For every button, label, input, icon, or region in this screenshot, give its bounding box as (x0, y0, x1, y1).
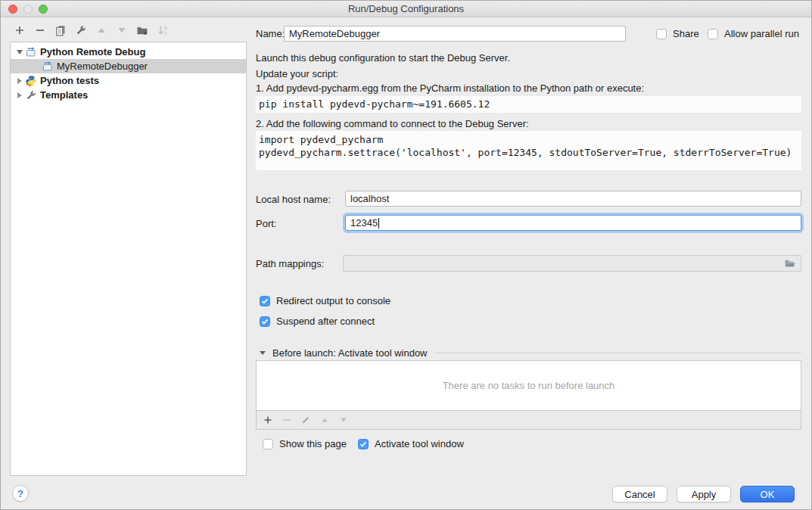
pip-install-code: pip install pydevd-pycharm~=191.6605.12 (256, 96, 801, 113)
copy-configuration-icon[interactable] (54, 24, 67, 36)
before-launch-section-header[interactable]: Before launch: Activate tool window (260, 347, 801, 359)
step-1-text: 1. Add pydevd-pycharm.egg from the PyCha… (256, 82, 644, 95)
name-input-value: MyRemoteDebugger (289, 28, 380, 39)
local-host-name-value: localhost (350, 193, 389, 204)
configurations-tree: Python Remote Debug MyRemoteDebugger Pyt… (10, 42, 247, 476)
remote-debug-icon (42, 61, 54, 73)
name-input[interactable]: MyRemoteDebugger (284, 26, 626, 42)
activate-tool-window-label: Activate tool window (375, 438, 464, 450)
add-icon[interactable] (263, 415, 272, 424)
text-cursor (378, 218, 379, 229)
allow-parallel-run-checkbox[interactable] (708, 29, 718, 39)
share-checkbox[interactable] (656, 29, 667, 39)
tree-item-myremotedebugger[interactable]: MyRemoteDebugger (11, 59, 246, 73)
tree-item-python-tests[interactable]: Python tests (11, 73, 246, 88)
open-folder-icon[interactable] (784, 257, 796, 269)
apply-button[interactable]: Apply (677, 486, 731, 502)
local-host-name-label: Local host name: (256, 194, 331, 206)
show-this-page-label: Show this page (279, 438, 347, 450)
add-icon[interactable] (14, 24, 26, 36)
move-up-icon (95, 24, 107, 36)
wrench-icon (25, 89, 37, 101)
port-label: Port: (256, 218, 276, 230)
description-line-2: Update your script: (256, 68, 338, 80)
before-launch-header-label: Before launch: Activate tool window (272, 347, 428, 359)
tree-item-templates[interactable]: Templates (11, 88, 246, 102)
settrace-code-block: import pydevd_pycharm pydevd_pycharm.set… (256, 131, 801, 170)
path-mappings-label: Path mappings: (256, 258, 324, 270)
edit-pencil-icon (301, 415, 310, 424)
activate-tool-window-checkbox[interactable] (358, 439, 369, 449)
port-value: 12345 (350, 217, 378, 229)
tree-item-label: Templates (40, 89, 88, 101)
suspend-after-connect-label: Suspend after connect (276, 316, 375, 328)
share-label: Share (673, 28, 699, 40)
local-host-name-input[interactable]: localhost (345, 191, 801, 207)
name-label: Name: (256, 28, 285, 40)
edit-templates-wrench-icon[interactable] (75, 24, 87, 36)
settrace-code-line-2: pydevd_pycharm.settrace('localhost', por… (259, 146, 801, 159)
tree-item-label: Python tests (40, 75, 99, 86)
sort-configurations-icon: az (157, 24, 169, 36)
tree-item-label: MyRemoteDebugger (57, 61, 148, 72)
step-2-text: 2. Add the following command to connect … (256, 118, 529, 130)
minimize-window-button (23, 5, 33, 14)
chevron-right-icon[interactable] (14, 92, 25, 98)
suspend-after-connect-checkbox[interactable] (260, 316, 270, 327)
port-input[interactable]: 12345 (345, 215, 801, 231)
configurations-toolbar: az (14, 24, 169, 36)
redirect-output-checkbox[interactable] (260, 296, 270, 306)
apply-label: Apply (692, 489, 717, 500)
remove-icon[interactable] (34, 24, 46, 36)
show-this-page-checkbox[interactable] (263, 439, 273, 449)
remove-icon (282, 415, 291, 424)
cancel-button[interactable]: Cancel (612, 486, 667, 502)
description-line-1: Launch this debug configuration to start… (256, 52, 510, 64)
settrace-code-line-1: import pydevd_pycharm (259, 133, 801, 146)
svg-text:z: z (164, 30, 166, 36)
run-debug-configurations-dialog: Run/Debug Configurations az (0, 0, 812, 510)
empty-task-list-text: There are no tasks to run before launch (257, 361, 801, 410)
window-title: Run/Debug Configurations (1, 1, 811, 17)
task-list-toolbar (257, 410, 801, 429)
python-tests-icon (25, 75, 37, 87)
titlebar: Run/Debug Configurations (1, 1, 811, 17)
help-button[interactable]: ? (12, 485, 29, 502)
tree-item-label: Python Remote Debug (40, 46, 145, 58)
zoom-window-button[interactable] (39, 5, 48, 14)
move-down-icon (116, 24, 128, 36)
chevron-right-icon[interactable] (14, 78, 25, 84)
remote-debug-icon (25, 46, 37, 58)
section-divider (434, 353, 801, 353)
allow-parallel-run-label: Allow parallel run (724, 28, 799, 40)
ok-label: OK (761, 489, 775, 500)
move-down-icon (339, 415, 348, 424)
tree-item-python-remote-debug[interactable]: Python Remote Debug (11, 45, 246, 59)
move-up-icon (320, 415, 329, 424)
path-mappings-input[interactable] (343, 255, 801, 272)
cancel-label: Cancel (624, 489, 655, 500)
svg-text:a: a (164, 25, 167, 30)
before-launch-task-list: There are no tasks to run before launch (256, 360, 801, 430)
chevron-down-icon[interactable] (260, 351, 266, 355)
close-window-button[interactable] (8, 5, 17, 14)
ok-button[interactable]: OK (740, 486, 795, 502)
redirect-output-label: Redirect output to console (276, 295, 390, 307)
help-label: ? (17, 488, 23, 499)
chevron-down-icon[interactable] (14, 50, 25, 54)
new-folder-icon[interactable] (136, 24, 148, 36)
